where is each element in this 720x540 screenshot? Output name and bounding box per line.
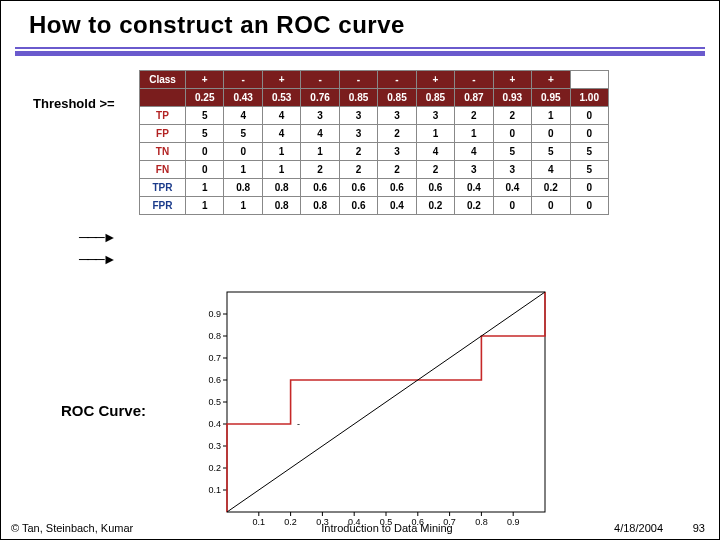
svg-text:0.9: 0.9 [208,309,221,319]
cell: 0 [186,161,224,179]
cell: 0 [224,143,262,161]
cell: 0.85 [339,89,377,107]
pointer-arrows: ───► ───► [79,226,115,270]
svg-text:0.8: 0.8 [208,331,221,341]
cell: 4 [224,107,262,125]
table-row-fpr: FPR 110.80.80.60.40.20.2000 [140,197,609,215]
cell: 0.8 [262,179,300,197]
cell: 2 [339,143,377,161]
cell: 1 [224,197,262,215]
cell: 4 [262,107,300,125]
cell: 3 [455,161,493,179]
cell: 0.2 [455,197,493,215]
cell: + [186,71,224,89]
cell [570,71,608,89]
cell: 0 [570,197,608,215]
cell: 0.4 [455,179,493,197]
cell: 0.95 [532,89,570,107]
footer-copyright: © Tan, Steinbach, Kumar [1,522,211,534]
cell: 0.6 [416,179,454,197]
cell: 1 [532,107,570,125]
cell: 0.6 [378,179,416,197]
cell: 1 [301,143,339,161]
rowhead: TN [140,143,186,161]
table-row-tn: TN 00112344555 [140,143,609,161]
cell: 0 [186,143,224,161]
cell: - [224,71,262,89]
divider-thin [15,47,705,49]
cell: 0.4 [378,197,416,215]
cell: 1 [455,125,493,143]
cell: 0 [570,125,608,143]
cell: 1 [262,143,300,161]
cell: + [262,71,300,89]
cell: + [493,71,531,89]
cell: 5 [493,143,531,161]
footer: © Tan, Steinbach, Kumar Introduction to … [1,517,719,539]
content: Threshold >= ───► ───► Class + - + - - -… [1,56,719,215]
cell: 1.00 [570,89,608,107]
cell: 0.6 [301,179,339,197]
cell: - [301,71,339,89]
cell: 0.4 [493,179,531,197]
cell: 0.43 [224,89,262,107]
footer-center: Introduction to Data Mining [211,522,563,534]
svg-text:-: - [297,419,300,429]
cell: + [416,71,454,89]
rowhead: TPR [140,179,186,197]
table-row-fn: FN 01122223345 [140,161,609,179]
svg-text:0.3: 0.3 [208,441,221,451]
cell: 0 [570,179,608,197]
cell: 0.87 [455,89,493,107]
cell: 4 [301,125,339,143]
cell: 0.2 [416,197,454,215]
cell: 5 [186,107,224,125]
roc-chart: 0.10.20.30.40.50.60.70.80.90.10.20.30.40… [185,286,555,536]
cell: 2 [339,161,377,179]
cell: 0.2 [532,179,570,197]
cell: 5 [570,143,608,161]
cell: 0.53 [262,89,300,107]
roc-curve-label: ROC Curve: [61,402,146,419]
cell: 3 [493,161,531,179]
cell: 1 [186,197,224,215]
table-row-threshold: 0.25 0.43 0.53 0.76 0.85 0.85 0.85 0.87 … [140,89,609,107]
cell: 0.8 [224,179,262,197]
roc-table: Class + - + - - - + - + + 0.25 0.43 0.53… [139,70,609,215]
svg-text:0.4: 0.4 [208,419,221,429]
rowhead: FPR [140,197,186,215]
cell: 1 [186,179,224,197]
threshold-label: Threshold >= [33,96,115,111]
cell: 0 [532,125,570,143]
cell: 3 [301,107,339,125]
svg-text:0.1: 0.1 [208,485,221,495]
cell: 3 [378,107,416,125]
cell: 0.85 [416,89,454,107]
cell: + [532,71,570,89]
cell: 4 [262,125,300,143]
svg-text:0.5: 0.5 [208,397,221,407]
footer-date: 4/18/2004 [563,522,673,534]
cell: 4 [532,161,570,179]
cell: 0.93 [493,89,531,107]
cell: 4 [416,143,454,161]
footer-page: 93 [673,522,719,534]
cell: 0.85 [378,89,416,107]
cell: 2 [378,125,416,143]
cell: 0 [570,107,608,125]
cell: 1 [262,161,300,179]
rowhead-class: Class [149,74,176,85]
cell: 5 [186,125,224,143]
rowhead: TP [140,107,186,125]
cell: - [455,71,493,89]
cell: - [339,71,377,89]
cell: 2 [493,107,531,125]
table-row-tp: TP 54433332210 [140,107,609,125]
cell: 1 [416,125,454,143]
table-row-tpr: TPR 10.80.80.60.60.60.60.40.40.20 [140,179,609,197]
rowhead-threshold [140,89,186,107]
rowhead: FN [140,161,186,179]
cell: 2 [378,161,416,179]
cell: - [378,71,416,89]
cell: 1 [224,161,262,179]
